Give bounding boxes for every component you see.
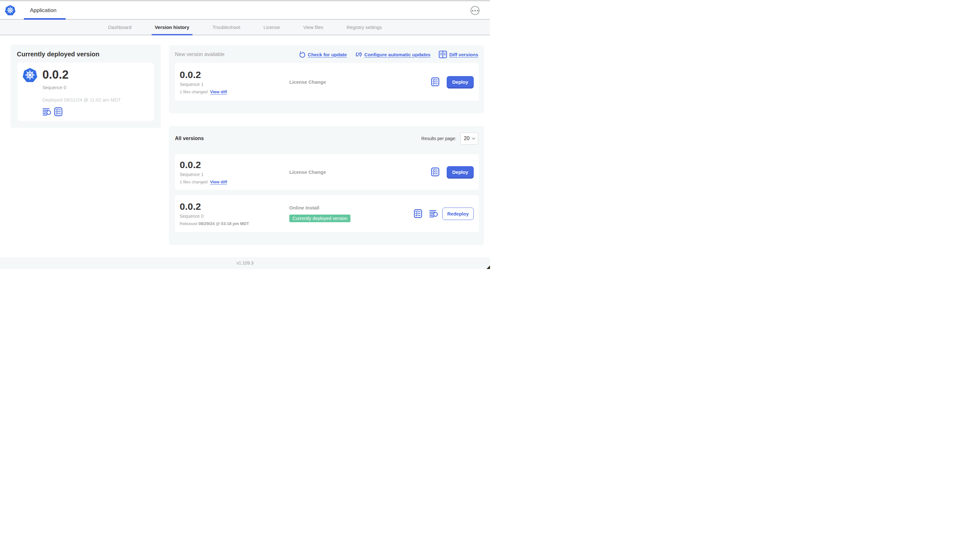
tab-troubleshoot[interactable]: Troubleshoot	[213, 20, 240, 35]
tab-label: View files	[303, 24, 323, 30]
release-notes-icon	[414, 209, 422, 218]
version-source: Online Install Currently deployed versio…	[289, 205, 414, 222]
currently-deployed-card: 0.0.2 Sequence 0 Deployed 09/11/24 @ 11:…	[18, 63, 154, 121]
row-actions: Redeploy	[414, 208, 474, 220]
version-info: 0.0.2 Sequence 0 Released08/29/24 @ 03:1…	[180, 201, 289, 226]
results-per-page: Results per page: 20	[421, 132, 478, 144]
results-per-page-select[interactable]: 20	[460, 132, 478, 144]
results-per-page-label: Results per page:	[421, 136, 456, 141]
configure-automatic-updates-label: Configure automatic updates	[364, 52, 431, 57]
check-for-update-link[interactable]: Check for update	[299, 51, 347, 58]
files-changed-count: 1 files changed	[180, 89, 207, 94]
deployed-sequence: Sequence 0	[42, 85, 121, 90]
view-logs-button[interactable]	[429, 209, 438, 218]
new-version-header: New version available Check for update C…	[169, 45, 484, 58]
tab-label: Troubleshoot	[213, 24, 240, 30]
ellipsis-icon	[472, 10, 479, 11]
files-changed-count: 1 files changed	[180, 179, 207, 184]
source-label: License Change	[289, 79, 431, 85]
app-header: Application	[0, 1, 490, 20]
deploy-button[interactable]: Deploy	[447, 166, 474, 178]
release-notes-icon	[54, 107, 62, 116]
release-notes-button[interactable]	[431, 77, 439, 86]
source-label: License Change	[289, 169, 431, 175]
results-per-page-value: 20	[464, 136, 469, 141]
tab-license[interactable]: License	[264, 20, 280, 35]
currently-deployed-panel: Currently deployed version 0.0.2 Sequenc…	[11, 44, 161, 128]
release-notes-button[interactable]	[54, 107, 62, 116]
tab-view-files[interactable]: View files	[303, 20, 323, 35]
new-version-section: New version available Check for update C…	[169, 45, 484, 113]
version-row-sequence-0: 0.0.2 Sequence 0 Released08/29/24 @ 03:1…	[175, 195, 479, 232]
view-diff-link[interactable]: View diff	[210, 179, 227, 184]
diff-icon	[439, 51, 447, 58]
currently-deployed-badge: Currently deployed version	[289, 214, 350, 222]
released-date: 08/29/24 @ 03:18 pm MDT	[199, 221, 249, 226]
view-diff-link[interactable]: View diff	[210, 89, 227, 94]
view-logs-button[interactable]	[42, 108, 51, 116]
logs-icon	[42, 108, 51, 116]
version-number: 0.0.2	[180, 201, 289, 212]
deployed-version-info: 0.0.2 Sequence 0 Deployed 09/11/24 @ 11:…	[42, 67, 121, 117]
row-actions: Deploy	[431, 76, 474, 87]
version-source: License Change	[289, 169, 431, 175]
tab-label: Dashboard	[108, 24, 131, 30]
release-notes-icon	[431, 77, 439, 86]
console-version: v1.109.3	[236, 260, 254, 265]
row-actions: Deploy	[431, 166, 474, 178]
tab-registry-settings[interactable]: Registry settings	[347, 20, 382, 35]
mouse-cursor	[487, 265, 490, 269]
version-source: License Change	[289, 79, 431, 85]
deployed-actions	[42, 107, 121, 116]
console-nav: Dashboard Version history Troubleshoot L…	[0, 20, 490, 35]
all-versions-header: All versions Results per page: 20	[169, 126, 484, 144]
update-actions: Check for update Configure automatic upd…	[299, 51, 478, 58]
console-footer: v1.109.3	[0, 257, 490, 269]
configure-automatic-updates-link[interactable]: Configure automatic updates	[355, 51, 431, 58]
all-versions-section: All versions Results per page: 20 0.0.2 …	[169, 126, 484, 245]
released-timestamp: Released08/29/24 @ 03:18 pm MDT	[180, 221, 289, 226]
version-history-page: Currently deployed version 0.0.2 Sequenc…	[0, 35, 490, 257]
release-notes-icon	[431, 167, 439, 176]
released-label: Released	[180, 221, 197, 226]
active-app-tab-underline	[24, 18, 66, 20]
tab-label: License	[264, 24, 280, 30]
redeploy-button[interactable]: Redeploy	[442, 208, 474, 220]
chevron-down-icon	[472, 138, 475, 140]
new-version-row: 0.0.2 Sequence 1 1 files changed View di…	[175, 63, 479, 101]
refresh-icon	[299, 51, 305, 58]
release-notes-button[interactable]	[414, 209, 422, 218]
diff-versions-link[interactable]: Diff versions	[439, 51, 478, 58]
app-tab-application[interactable]: Application	[24, 1, 66, 19]
kots-admin-console: Application Dashboard Version history Tr…	[0, 0, 490, 269]
version-sequence: Sequence 1	[180, 82, 289, 87]
deployed-timestamp: Deployed 09/11/24 @ 11:02 am MDT	[42, 97, 121, 103]
version-info: 0.0.2 Sequence 1 1 files changed View di…	[180, 70, 289, 94]
tab-dashboard[interactable]: Dashboard	[108, 20, 131, 35]
app-tab-label: Application	[30, 1, 56, 20]
check-for-update-label: Check for update	[308, 52, 347, 57]
schedule-update-icon	[355, 51, 362, 58]
version-sequence: Sequence 0	[180, 214, 289, 219]
release-notes-button[interactable]	[431, 167, 439, 176]
kubernetes-app-icon	[22, 67, 38, 84]
deploy-button[interactable]: Deploy	[447, 76, 474, 87]
new-version-title: New version available	[175, 52, 224, 57]
version-row-sequence-1: 0.0.2 Sequence 1 1 files changed View di…	[175, 154, 479, 190]
tab-version-history[interactable]: Version history	[155, 20, 189, 35]
deployed-version-number: 0.0.2	[42, 68, 121, 81]
diff-versions-label: Diff versions	[449, 52, 478, 57]
version-info: 0.0.2 Sequence 1 1 files changed View di…	[180, 159, 289, 184]
logs-icon	[429, 209, 438, 218]
files-changed-line: 1 files changed View diff	[180, 89, 289, 94]
files-changed-line: 1 files changed View diff	[180, 179, 289, 184]
version-sequence: Sequence 1	[180, 172, 289, 177]
source-label: Online Install	[289, 205, 414, 210]
more-options-button[interactable]	[471, 6, 479, 15]
tab-label: Registry settings	[347, 24, 382, 30]
kubernetes-app-icon	[5, 5, 16, 16]
tab-label: Version history	[155, 24, 189, 30]
currently-deployed-title: Currently deployed version	[11, 44, 161, 58]
all-versions-title: All versions	[175, 136, 204, 141]
version-number: 0.0.2	[180, 70, 289, 80]
